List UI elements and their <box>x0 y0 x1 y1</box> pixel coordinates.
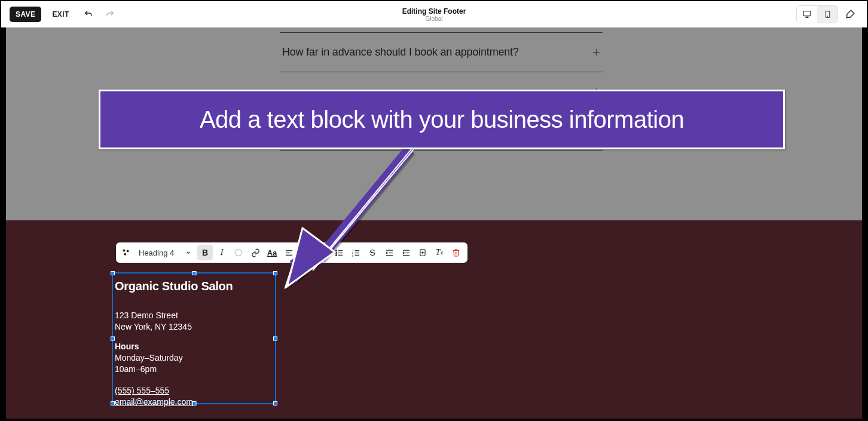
resize-handle-br[interactable] <box>273 401 277 405</box>
instruction-callout: Add a text block with your business info… <box>99 90 785 149</box>
resize-handle-mr[interactable] <box>273 336 277 340</box>
svg-point-15 <box>124 253 126 256</box>
hours-label: Hours <box>115 341 273 352</box>
bold-button[interactable]: B <box>197 245 213 260</box>
svg-point-16 <box>236 250 242 256</box>
callout-text: Add a text block with your business info… <box>200 106 684 133</box>
redo-icon <box>105 10 115 19</box>
phone-link[interactable]: (555) 555–555 <box>115 386 169 395</box>
trash-icon <box>452 248 460 257</box>
block-drag-handle[interactable] <box>120 246 133 259</box>
delete-button[interactable] <box>448 245 464 260</box>
svg-point-13 <box>123 250 126 252</box>
canvas: How far in advance should I book an appo… <box>1 27 867 419</box>
email-link[interactable]: email@example.com <box>115 397 193 407</box>
resize-handle-tl[interactable] <box>111 271 115 275</box>
chevron-down-icon <box>185 250 191 256</box>
clear-format-button[interactable]: Tx <box>432 245 447 260</box>
heading-dropdown[interactable]: Heading 4 <box>136 248 196 257</box>
hours-line2: 10am–6pm <box>115 364 273 375</box>
address-line1: 123 Demo Street <box>115 310 273 321</box>
link-icon <box>251 248 260 257</box>
svg-line-9 <box>317 149 409 262</box>
svg-marker-12 <box>287 228 335 287</box>
save-button[interactable]: SAVE <box>10 7 41 22</box>
accordion-question[interactable]: How far in advance should I book an appo… <box>282 46 519 59</box>
exit-button[interactable]: EXIT <box>46 7 75 22</box>
undo-button[interactable] <box>80 6 97 23</box>
text-block-selection[interactable]: Organic Studio Salon 123 Demo Street New… <box>112 272 276 404</box>
svg-rect-0 <box>803 11 811 16</box>
styles-button[interactable] <box>842 6 858 23</box>
text-block-content[interactable]: Organic Studio Salon 123 Demo Street New… <box>115 278 273 408</box>
dots-icon <box>122 248 130 257</box>
device-desktop-button[interactable] <box>797 6 817 23</box>
color-button[interactable] <box>231 245 246 260</box>
device-toggle <box>796 5 838 23</box>
address-line2: New York, NY 12345 <box>115 321 273 333</box>
desktop-icon <box>802 10 812 19</box>
expand-icon[interactable]: + <box>592 45 600 60</box>
brush-icon <box>845 9 855 20</box>
hours-line1: Monday–Saturday <box>115 352 273 364</box>
device-mobile-button[interactable] <box>817 6 838 23</box>
italic-button[interactable]: I <box>214 245 230 260</box>
business-name: Organic Studio Salon <box>115 278 273 294</box>
page-surface: How far in advance should I book an appo… <box>6 27 862 419</box>
redo-button <box>102 6 118 23</box>
undo-icon <box>84 10 93 19</box>
resize-handle-bl[interactable] <box>111 401 115 405</box>
arrow-annotation <box>275 145 430 300</box>
heading-label: Heading 4 <box>139 248 174 257</box>
svg-point-14 <box>127 250 129 252</box>
circle-icon <box>234 248 243 257</box>
resize-handle-mt[interactable] <box>192 271 196 275</box>
mobile-icon <box>824 10 832 19</box>
resize-handle-ml[interactable] <box>111 336 115 340</box>
svg-rect-3 <box>826 11 830 18</box>
link-button[interactable] <box>247 245 263 260</box>
